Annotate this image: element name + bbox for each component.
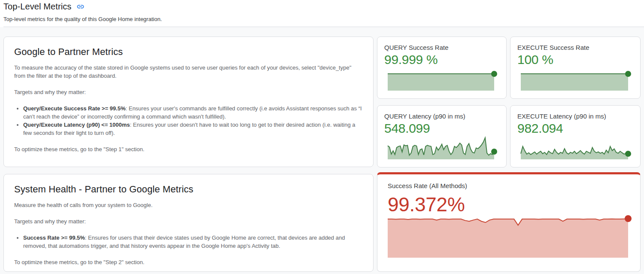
page-subtitle: Top-level metrics for the quality of thi… (3, 16, 162, 22)
sparkline-end-dot (625, 215, 632, 222)
metric-card-query-latency[interactable]: QUERY Latency (p90 in ms) 548.099 (377, 105, 507, 167)
metric-label: QUERY Latency (p90 in ms) (384, 113, 499, 120)
google-to-partner-card: Google to Partner Metrics To measure the… (3, 37, 374, 167)
metric-value: 982.094 (517, 121, 633, 136)
metric-value: 99.372% (388, 193, 630, 216)
card-footer: To optimize these metrics, go to the "St… (14, 258, 363, 266)
targets-heading: Targets and why they matter: (14, 88, 363, 96)
metric-label: QUERY Success Rate (384, 44, 499, 51)
sparkline-end-dot (491, 149, 497, 155)
page-title: Top-Level Metrics (3, 2, 71, 12)
targets-list: Success Rate >= 99.5%: Ensures for users… (14, 234, 363, 250)
metric-card-execute-latency[interactable]: EXECUTE Latency (p90 in ms) 982.094 (510, 105, 641, 167)
card-intro: To measure the accuracy of the state sto… (14, 64, 363, 80)
sparkline-chart[interactable] (388, 72, 496, 91)
card-footer: To optimize these metrics, go to the "St… (14, 145, 363, 153)
card-title: System Health - Partner to Google Metric… (14, 184, 363, 195)
header-divider (3, 27, 644, 27)
metric-value: 99.999 % (384, 52, 499, 67)
system-health-card: System Health - Partner to Google Metric… (3, 174, 374, 272)
metric-card-execute-success-rate[interactable]: EXECUTE Success Rate 100 % (510, 37, 641, 99)
targets-list: Query/Execute Success Rate >= 99.5%: Ens… (14, 104, 363, 137)
sparkline-chart[interactable] (521, 136, 630, 159)
metric-label: EXECUTE Latency (p90 in ms) (517, 113, 633, 120)
card-intro: Measure the health of calls from your sy… (14, 201, 363, 209)
sparkline-chart[interactable] (388, 136, 496, 159)
sparkline-chart[interactable] (388, 216, 630, 258)
targets-heading: Targets and why they matter: (14, 217, 363, 225)
sparkline-end-dot (625, 71, 631, 77)
page-header: Top-Level Metrics (3, 2, 85, 12)
metric-card-query-success-rate[interactable]: QUERY Success Rate 99.999 % (377, 37, 507, 99)
target-bullet: Success Rate >= 99.5%: Ensures for users… (23, 234, 363, 250)
link-icon[interactable] (76, 3, 85, 11)
metric-value: 548.099 (384, 121, 499, 136)
metric-label: Success Rate (All Methods) (388, 182, 630, 189)
sparkline-chart[interactable] (521, 72, 630, 91)
metric-card-success-rate-all-methods[interactable]: Success Rate (All Methods) 99.372% (377, 172, 641, 272)
target-bullet: Query/Execute Success Rate >= 99.5%: Ens… (23, 104, 363, 121)
metric-value: 100 % (517, 52, 633, 67)
sparkline-end-dot (491, 71, 497, 77)
target-bullet: Query/Execute Latency (p90) <= 1000ms: E… (23, 121, 363, 137)
card-title: Google to Partner Metrics (14, 46, 363, 58)
sparkline-end-dot (625, 151, 631, 157)
metric-label: EXECUTE Success Rate (517, 44, 633, 51)
